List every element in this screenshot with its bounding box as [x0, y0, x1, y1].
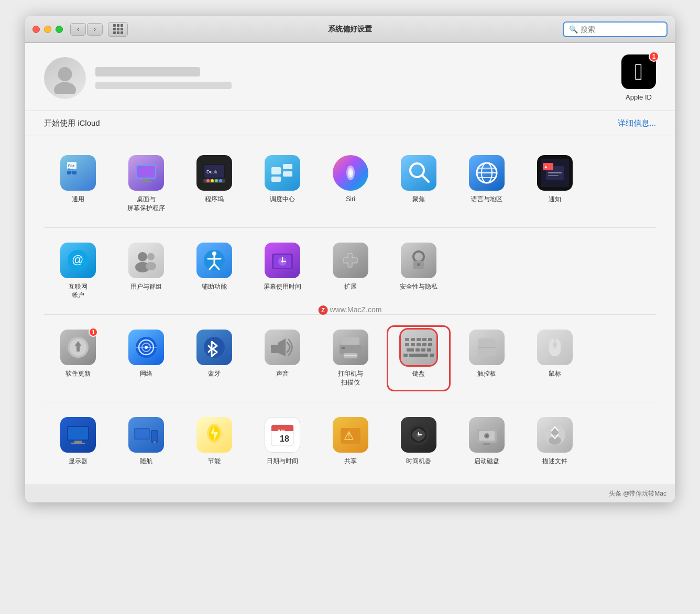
- sound-icon: [265, 330, 300, 365]
- svg-rect-20: [271, 167, 281, 174]
- sound-label: 声音: [276, 369, 289, 378]
- icon-item-extensions[interactable]: 扩展: [316, 236, 385, 306]
- timemachine-label: 时间机器: [406, 457, 431, 466]
- search-box[interactable]: 🔍: [563, 21, 668, 37]
- icon-item-mouse[interactable]: 鼠标: [521, 323, 589, 393]
- icon-item-lang[interactable]: 语言与地区: [453, 149, 521, 219]
- svg-rect-38: [548, 172, 562, 173]
- svg-line-28: [422, 176, 429, 182]
- svg-rect-11: [140, 181, 152, 182]
- icon-item-timemachine[interactable]: 时间机器: [385, 411, 453, 472]
- svg-text:●: ●: [544, 165, 547, 170]
- icon-item-profiles[interactable]: 描述文件: [521, 411, 589, 472]
- handoff-label: 随航: [140, 457, 152, 466]
- icon-item-energy[interactable]: 节能: [180, 411, 248, 472]
- svg-point-105: [486, 435, 488, 437]
- back-button[interactable]: ‹: [70, 23, 86, 36]
- extensions-icon: [333, 243, 368, 278]
- security-label: 安全性与隐私: [400, 282, 438, 291]
- icon-item-network[interactable]: 网络: [112, 323, 180, 393]
- users-icon: [128, 243, 164, 278]
- svg-point-45: [146, 262, 156, 270]
- display-icon: [60, 417, 96, 453]
- icon-item-screentime[interactable]: 屏幕使用时间: [248, 236, 316, 306]
- icon-item-keyboard[interactable]: 键盘: [385, 323, 453, 393]
- apple-id-icon:  1: [621, 54, 656, 89]
- users-label: 用户与群组: [130, 282, 162, 291]
- icon-row-2: @ 互联网帐户 用户与群组: [44, 236, 656, 306]
- svg-text:⚠: ⚠: [344, 429, 354, 442]
- icon-item-datetime[interactable]: JUN 18 日期与时间: [248, 411, 316, 472]
- screentime-icon: [265, 243, 300, 278]
- icon-item-desktop[interactable]: 桌面与屏幕保护程序: [112, 149, 180, 219]
- icon-item-handoff[interactable]: 随航: [112, 411, 180, 472]
- detail-link[interactable]: 详细信息...: [618, 118, 656, 128]
- bluetooth-label: 蓝牙: [208, 369, 221, 378]
- icon-item-security[interactable]: 安全性与隐私: [385, 236, 453, 306]
- svg-text:@: @: [72, 253, 83, 266]
- apple-id-label: Apple ID: [626, 93, 652, 101]
- icon-item-softupdate[interactable]: 1 软件更新: [44, 323, 112, 393]
- svg-rect-69: [340, 345, 362, 354]
- avatar[interactable]: [44, 57, 86, 99]
- icon-item-printer[interactable]: 打印机与扫描仪: [316, 323, 385, 393]
- mouse-icon: [537, 330, 573, 365]
- icon-item-spotlight[interactable]: 聚焦: [385, 149, 453, 219]
- icon-item-general[interactable]: File New Ope 通用: [44, 149, 112, 219]
- svg-rect-79: [68, 427, 88, 440]
- svg-point-44: [147, 253, 155, 260]
- icon-item-sound[interactable]: 声音: [248, 323, 316, 393]
- sharing-icon: ⚠: [333, 417, 368, 453]
- lang-icon: [469, 155, 505, 191]
- svg-rect-71: [342, 347, 345, 349]
- close-button[interactable]: [32, 26, 40, 33]
- forward-button[interactable]: ›: [87, 23, 103, 36]
- trackpad-label: 触控板: [477, 369, 496, 378]
- grid-view-button[interactable]: [108, 22, 128, 37]
- svg-point-56: [413, 251, 424, 262]
- profiles-icon: [537, 417, 573, 453]
- icon-item-mission[interactable]: 调度中心: [248, 149, 316, 219]
- section-divider-1: [44, 227, 656, 228]
- bluetooth-icon: [196, 330, 232, 365]
- avatar-icon: [49, 62, 81, 94]
- apple-id-section[interactable]:  1 Apple ID: [621, 54, 656, 101]
- svg-rect-68: [342, 337, 359, 346]
- icon-item-sharing[interactable]: ⚠ 共享: [316, 411, 385, 472]
- icon-item-bluetooth[interactable]: 蓝牙: [180, 323, 248, 393]
- icon-item-trackpad[interactable]: 触控板: [453, 323, 521, 393]
- icon-item-startup[interactable]: 启动磁盘: [453, 411, 521, 472]
- icon-row-1: File New Ope 通用 桌面与屏幕保护程序: [44, 149, 656, 219]
- search-input[interactable]: [581, 25, 661, 34]
- maximize-button[interactable]: [56, 26, 63, 33]
- icon-item-siri[interactable]: Siri: [316, 149, 385, 219]
- nav-buttons: ‹ ›: [70, 23, 103, 36]
- icon-item-notification[interactable]: ● 通知: [521, 149, 589, 219]
- traffic-lights: [32, 26, 63, 33]
- timemachine-icon: [401, 417, 436, 453]
- energy-icon: [196, 417, 232, 453]
- svg-text:File: File: [68, 164, 74, 168]
- printer-label: 打印机与扫描仪: [338, 369, 363, 387]
- titlebar: ‹ › 系统偏好设置 🔍: [25, 16, 675, 43]
- svg-rect-103: [483, 443, 490, 445]
- icon-item-display[interactable]: 显示器: [44, 411, 112, 472]
- svg-rect-39: [548, 175, 559, 176]
- general-icon: File New Ope: [60, 155, 96, 191]
- icon-item-dock[interactable]: Dock 程序坞: [180, 149, 248, 219]
- svg-point-18: [219, 179, 222, 182]
- icon-item-users[interactable]: 用户与群组: [112, 236, 180, 306]
- icon-item-accessibility[interactable]: 辅助功能: [180, 236, 248, 306]
- svg-rect-21: [283, 164, 292, 169]
- search-icon: 🔍: [569, 25, 578, 34]
- minimize-button[interactable]: [44, 26, 51, 33]
- icloud-banner: 开始使用 iCloud 详细信息...: [25, 111, 675, 136]
- softupdate-icon: 1: [60, 330, 96, 365]
- icon-item-internet[interactable]: @ 互联网帐户: [44, 236, 112, 306]
- svg-point-16: [211, 179, 214, 182]
- icon-row-4: 显示器 随航: [44, 411, 656, 472]
- sharing-label: 共享: [344, 457, 357, 466]
- dock-label: 程序坞: [205, 195, 224, 204]
- datetime-icon: JUN 18: [265, 417, 300, 453]
- mission-icon: [265, 155, 300, 191]
